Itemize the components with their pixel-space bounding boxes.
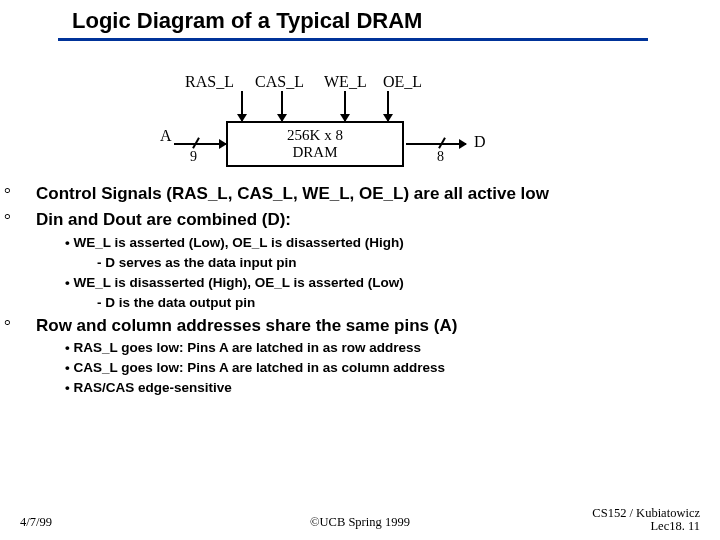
ras-label: RAS_L: [185, 73, 234, 91]
sub-item: RAS_L goes low: Pins A are latched in as…: [65, 340, 700, 355]
sub-item: CAS_L goes low: Pins A are latched in as…: [65, 360, 700, 375]
bullet-3-text: Row and column addresses share the same …: [36, 316, 457, 335]
cas-label: CAS_L: [255, 73, 304, 91]
oe-label: OE_L: [383, 73, 422, 91]
cas-arrow: [281, 91, 283, 121]
bullet-3: °Row and column addresses share the same…: [20, 316, 700, 336]
bullet-2-text: Din and Dout are combined (D):: [36, 210, 291, 229]
sub-item: WE_L is disasserted (High), OE_L is asse…: [65, 275, 700, 290]
dram-line2: DRAM: [228, 144, 402, 161]
dram-box: 256K x 8 DRAM: [226, 121, 404, 167]
a-arrow: [174, 143, 226, 145]
bullet-2-sublist: WE_L is asserted (Low), OE_L is disasser…: [65, 235, 700, 310]
a-width: 9: [190, 149, 197, 165]
dram-line1: 256K x 8: [228, 127, 402, 144]
subsub-item: D is the data output pin: [97, 295, 700, 310]
d-arrow: [406, 143, 466, 145]
ras-arrow: [241, 91, 243, 121]
we-label: WE_L: [324, 73, 367, 91]
d-width: 8: [437, 149, 444, 165]
footer-course: CS152 / KubiatowiczLec18. 11: [592, 507, 700, 535]
a-label: A: [160, 127, 172, 145]
subsub-item: D serves as the data input pin: [97, 255, 700, 270]
sub-item: WE_L is asserted (Low), OE_L is disasser…: [65, 235, 700, 250]
d-label: D: [474, 133, 486, 151]
bullet-1: °Control Signals (RAS_L, CAS_L, WE_L, OE…: [20, 184, 700, 204]
bullet-3-sublist: RAS_L goes low: Pins A are latched in as…: [65, 340, 700, 395]
oe-arrow: [387, 91, 389, 121]
bullet-1-text: Control Signals (RAS_L, CAS_L, WE_L, OE_…: [36, 184, 549, 203]
bullet-2: °Din and Dout are combined (D):: [20, 210, 700, 230]
sub-item: RAS/CAS edge-sensitive: [65, 380, 700, 395]
content: °Control Signals (RAS_L, CAS_L, WE_L, OE…: [0, 176, 720, 395]
logic-diagram: RAS_L CAS_L WE_L OE_L 256K x 8 DRAM A 9 …: [0, 41, 720, 176]
page-title: Logic Diagram of a Typical DRAM: [0, 0, 720, 38]
we-arrow: [344, 91, 346, 121]
